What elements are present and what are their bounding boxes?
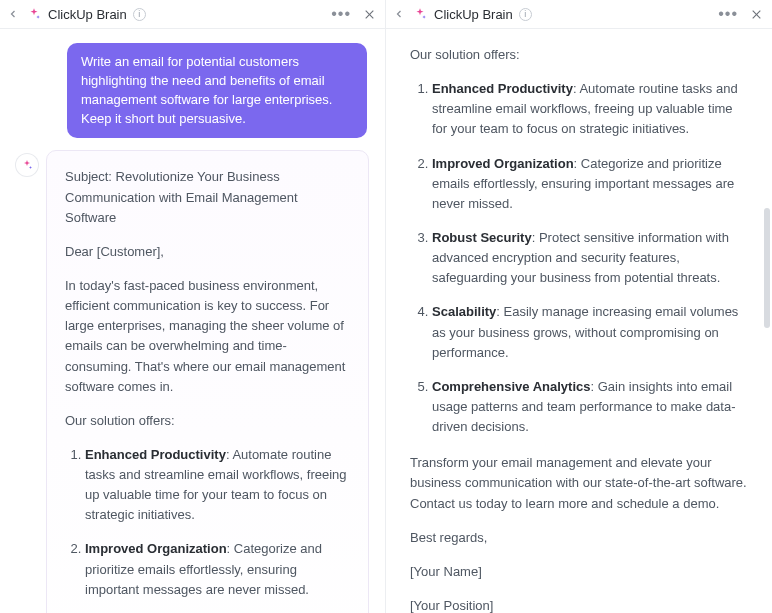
sparkle-icon — [26, 6, 42, 22]
app-title: ClickUp Brain — [434, 7, 513, 22]
ai-response-card: Subject: Revolutionize Your Business Com… — [46, 150, 369, 613]
back-icon[interactable] — [6, 7, 20, 21]
ai-avatar — [16, 154, 38, 176]
ai-response-continued: Our solution offers: Enhanced Productivi… — [386, 29, 772, 613]
email-closing: Transform your email management and elev… — [410, 453, 748, 513]
titlebar-right: ClickUp Brain i ••• — [386, 0, 772, 29]
back-icon[interactable] — [392, 7, 406, 21]
list-item: Enhanced Productivity: Automate routine … — [432, 79, 748, 139]
right-pane: ClickUp Brain i ••• Our solution offers:… — [386, 0, 772, 613]
close-icon[interactable] — [748, 6, 764, 22]
email-points-list-right: Enhanced Productivity: Automate routine … — [410, 79, 748, 437]
list-item: Improved Organization: Categorize and pr… — [85, 539, 350, 599]
list-item: Enhanced Productivity: Automate routine … — [85, 445, 350, 526]
email-position: [Your Position] — [410, 596, 748, 613]
scrollbar-thumb[interactable] — [764, 208, 770, 328]
email-greeting: Dear [Customer], — [65, 242, 350, 262]
list-item: Scalability: Easily manage increasing em… — [432, 302, 748, 362]
list-item: Improved Organization: Categorize and pr… — [432, 154, 748, 214]
titlebar-left: ClickUp Brain i ••• — [0, 0, 385, 29]
info-icon[interactable]: i — [519, 8, 532, 21]
email-offers-label: Our solution offers: — [410, 45, 748, 65]
left-pane: ClickUp Brain i ••• Write an email for p… — [0, 0, 386, 613]
user-message-row: Write an email for potential customers h… — [10, 43, 375, 150]
list-item: Comprehensive Analytics: Gain insights i… — [432, 377, 748, 437]
email-intro: In today's fast-paced business environme… — [65, 276, 350, 397]
email-points-list-left: Enhanced Productivity: Automate routine … — [65, 445, 350, 613]
user-message: Write an email for potential customers h… — [67, 43, 367, 138]
email-signoff: Best regards, — [410, 528, 748, 548]
scrollbar-track[interactable] — [764, 48, 770, 601]
sparkle-icon — [412, 6, 428, 22]
close-icon[interactable] — [361, 6, 377, 22]
list-item: Robust Security: Protect sensitive infor… — [432, 228, 748, 288]
more-icon[interactable]: ••• — [714, 6, 742, 22]
email-subject: Subject: Revolutionize Your Business Com… — [65, 167, 350, 227]
email-name: [Your Name] — [410, 562, 748, 582]
email-offers-label: Our solution offers: — [65, 411, 350, 431]
info-icon[interactable]: i — [133, 8, 146, 21]
more-icon[interactable]: ••• — [327, 6, 355, 22]
ai-response-row: Subject: Revolutionize Your Business Com… — [10, 150, 375, 613]
app-title: ClickUp Brain — [48, 7, 127, 22]
